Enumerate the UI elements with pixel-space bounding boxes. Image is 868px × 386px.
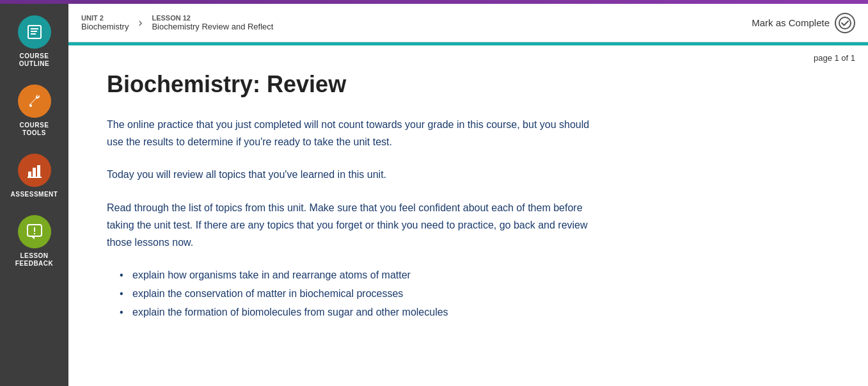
course-tools-icon-bg	[18, 84, 51, 118]
course-outline-icon-bg	[18, 15, 51, 49]
svg-rect-5	[28, 172, 31, 177]
sidebar-item-lesson-feedback[interactable]: LESSONFEEDBACK	[0, 210, 68, 273]
svg-rect-11	[34, 233, 35, 234]
main-layout: COURSEOUTLINE COURSETOOLS	[0, 4, 868, 386]
svg-rect-3	[31, 33, 36, 35]
assessment-icon-bg	[18, 154, 51, 187]
checkmark-icon	[839, 17, 851, 29]
page-number: page 1 of 1	[814, 53, 855, 63]
svg-point-13	[839, 17, 851, 29]
feedback-icon	[26, 223, 43, 241]
sidebar-item-course-tools[interactable]: COURSETOOLS	[0, 79, 68, 142]
content-area: UNIT 2 Biochemistry › LESSON 12 Biochemi…	[68, 4, 868, 386]
wrench-icon	[26, 92, 43, 110]
lesson-feedback-label: LESSONFEEDBACK	[15, 252, 54, 268]
content-title: Biochemistry: Review	[107, 71, 606, 98]
svg-rect-10	[34, 227, 35, 232]
mark-complete-check-icon	[835, 13, 855, 33]
svg-rect-2	[31, 31, 37, 32]
sidebar: COURSEOUTLINE COURSETOOLS	[0, 4, 68, 386]
svg-rect-6	[33, 168, 36, 177]
list-item: explain the conservation of matter in bi…	[120, 285, 606, 303]
svg-rect-1	[31, 28, 38, 29]
content-body: Biochemistry: Review The online practice…	[68, 45, 644, 348]
chart-icon	[26, 161, 43, 179]
unit-name: Biochemistry	[81, 22, 129, 31]
breadcrumb-unit: UNIT 2 Biochemistry	[81, 14, 129, 31]
breadcrumb-bar: UNIT 2 Biochemistry › LESSON 12 Biochemi…	[68, 4, 868, 42]
page-content[interactable]: page 1 of 1 Biochemistry: Review The onl…	[68, 45, 868, 386]
svg-point-4	[29, 104, 32, 107]
breadcrumb-chevron-icon: ›	[138, 16, 142, 29]
list-item: explain how organisms take in and rearra…	[120, 266, 606, 285]
mark-complete-label: Mark as Complete	[752, 17, 830, 28]
course-outline-label: COURSEOUTLINE	[19, 52, 49, 68]
assessment-label: ASSESSMENT	[11, 191, 58, 198]
svg-marker-12	[31, 236, 35, 239]
unit-label: UNIT 2	[81, 14, 129, 22]
breadcrumb-left: UNIT 2 Biochemistry › LESSON 12 Biochemi…	[81, 14, 273, 31]
paragraph-2: Today you will review all topics that yo…	[107, 166, 606, 183]
list-item: explain the formation of biomolecules fr…	[120, 303, 606, 322]
mark-complete-button[interactable]: Mark as Complete	[752, 13, 855, 33]
lesson-name: Biochemistry Review and Reflect	[152, 22, 273, 31]
svg-rect-7	[37, 165, 40, 177]
list-icon	[26, 23, 43, 41]
paragraph-1: The online practice that you just comple…	[107, 116, 606, 150]
lesson-feedback-icon-bg	[18, 215, 51, 248]
sidebar-item-course-outline[interactable]: COURSEOUTLINE	[0, 10, 68, 73]
paragraph-3: Read through the list of topics from thi…	[107, 199, 606, 252]
topic-list: explain how organisms take in and rearra…	[107, 266, 606, 321]
sidebar-item-assessment[interactable]: ASSESSMENT	[0, 149, 68, 204]
svg-rect-8	[28, 177, 42, 178]
course-tools-label: COURSETOOLS	[20, 122, 49, 137]
breadcrumb-lesson: LESSON 12 Biochemistry Review and Reflec…	[152, 14, 273, 31]
lesson-label: LESSON 12	[152, 14, 273, 22]
